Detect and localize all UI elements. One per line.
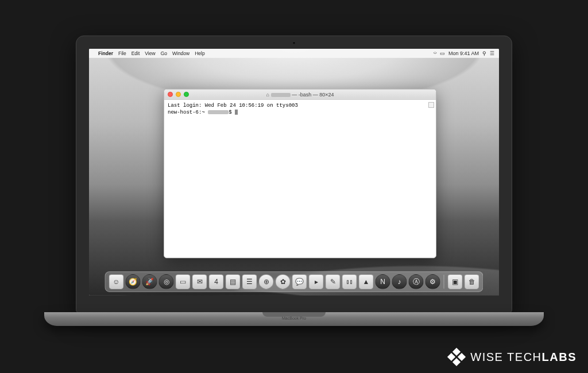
facetime-icon[interactable]: ▸	[309, 274, 324, 289]
messages-icon[interactable]: 💬	[292, 274, 307, 289]
dock-separator	[444, 275, 444, 289]
zoom-button[interactable]	[184, 92, 189, 97]
wifi-icon[interactable]: ⌔	[434, 50, 436, 56]
calendar-icon[interactable]: 4	[209, 274, 224, 289]
terminal-titlebar[interactable]: ⌂ — -bash — 80×24	[164, 90, 436, 100]
itunes-icon[interactable]: ♪	[392, 274, 407, 289]
preferences-icon[interactable]: ⚙	[425, 274, 440, 289]
menu-view[interactable]: View	[145, 50, 155, 56]
camera-icon	[292, 41, 296, 45]
keynote-icon[interactable]: ▲	[359, 274, 374, 289]
terminal-title: ⌂ — -bash — 80×24	[164, 91, 436, 97]
menu-file[interactable]: File	[118, 50, 126, 56]
contacts-icon[interactable]: ▭	[176, 274, 191, 289]
spotlight-icon[interactable]: ⚲	[482, 50, 486, 56]
reminders-icon[interactable]: ☰	[242, 274, 257, 289]
safari-icon[interactable]: 🧭	[126, 274, 141, 289]
blurred-user	[208, 110, 229, 114]
launchpad-icon[interactable]: 🚀	[142, 274, 157, 289]
blurred-username	[271, 93, 291, 97]
finder-icon[interactable]: ☺	[109, 274, 124, 289]
minimize-button[interactable]	[176, 92, 181, 97]
battery-icon[interactable]: ▭	[440, 50, 445, 56]
terminal-body[interactable]: Last login: Wed Feb 24 10:56:19 on ttys0…	[164, 100, 436, 258]
terminal-window[interactable]: ⌂ — -bash — 80×24 Last login: Wed Feb 24…	[164, 89, 436, 258]
news-icon[interactable]: N	[376, 274, 390, 289]
app-menu[interactable]: Finder	[98, 50, 113, 56]
photos-icon[interactable]: ✿	[276, 274, 291, 289]
appstore-icon[interactable]: Ⓐ	[409, 274, 424, 289]
dock: ☺🧭🚀◎▭✉4▤☰⊕✿💬▸✎⫾⫾▲N♪Ⓐ⚙▣🗑	[105, 271, 483, 292]
laptop-frame: Finder File Edit View Go Window Help ⌔ ▭…	[76, 36, 512, 326]
laptop-base: MacBook Pro	[44, 312, 544, 326]
downloads-icon[interactable]: ▣	[448, 274, 463, 289]
close-button[interactable]	[168, 92, 173, 97]
watermark-logo-icon	[448, 349, 465, 365]
maps-icon[interactable]: ⊕	[259, 274, 274, 289]
scroll-indicator-icon	[428, 102, 434, 108]
home-icon: ⌂	[266, 91, 269, 97]
notes-icon[interactable]: ▤	[226, 274, 241, 289]
safari2-icon[interactable]: ◎	[159, 274, 174, 289]
cursor-icon	[235, 110, 238, 115]
pages-icon[interactable]: ✎	[326, 274, 341, 289]
mail-icon[interactable]: ✉	[192, 274, 207, 289]
terminal-prompt: new-host-6:~ $	[168, 109, 432, 116]
numbers-icon[interactable]: ⫾⫾	[342, 274, 357, 289]
menubar: Finder File Edit View Go Window Help ⌔ ▭…	[89, 49, 499, 58]
desktop-screen: Finder File Edit View Go Window Help ⌔ ▭…	[89, 49, 499, 296]
menu-edit[interactable]: Edit	[131, 50, 140, 56]
watermark: WISE TECH LABS	[448, 349, 577, 365]
menu-window[interactable]: Window	[172, 50, 189, 56]
trash-icon[interactable]: 🗑	[465, 274, 479, 289]
terminal-line: Last login: Wed Feb 24 10:56:19 on ttys0…	[168, 102, 432, 109]
menu-help[interactable]: Help	[195, 50, 204, 56]
clock[interactable]: Mon 9:41 AM	[448, 50, 479, 56]
laptop-label: MacBook Pro	[44, 316, 544, 320]
screen-bezel: Finder File Edit View Go Window Help ⌔ ▭…	[76, 36, 512, 313]
notification-center-icon[interactable]: ☰	[490, 50, 494, 56]
menu-go[interactable]: Go	[161, 50, 167, 56]
